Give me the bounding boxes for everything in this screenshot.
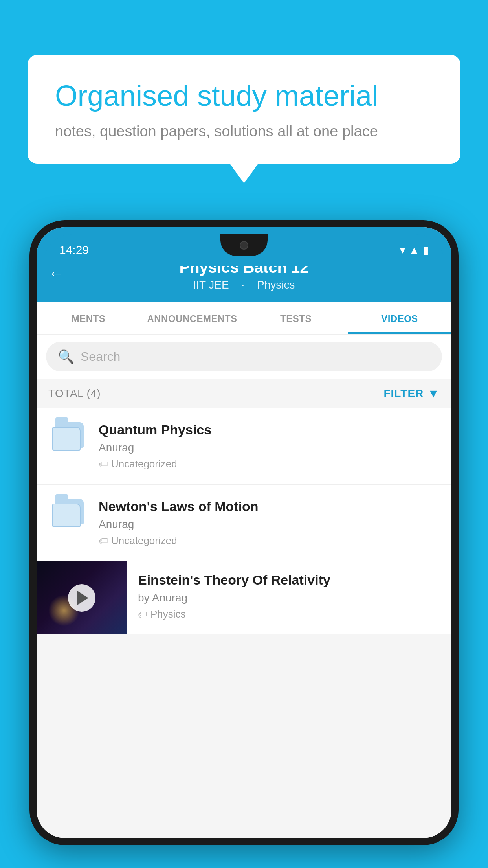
tabs-bar: MENTS ANNOUNCEMENTS TESTS VIDEOS <box>37 302 451 335</box>
play-triangle-icon <box>77 591 88 605</box>
tag-icon-2: 🏷 <box>99 535 108 546</box>
tag-label-3: Physics <box>150 608 186 620</box>
filter-icon: ▼ <box>427 387 440 400</box>
back-button[interactable]: ← <box>48 265 64 282</box>
speech-bubble-container: Organised study material notes, question… <box>28 55 460 164</box>
folder-front <box>52 427 81 451</box>
wifi-icon: ▾ <box>400 244 405 256</box>
tab-tests[interactable]: TESTS <box>244 302 348 334</box>
video-list: Quantum Physics Anurag 🏷 Uncategorized <box>37 408 451 634</box>
filter-label: FILTER <box>383 387 424 400</box>
header-subtitle-separator: · <box>242 279 245 291</box>
search-placeholder: Search <box>81 349 120 364</box>
camera-dot <box>240 241 248 250</box>
phone-screen: 14:29 ▾ ▲ ▮ ← Physics Batch 12 IIT JEE ·… <box>37 227 451 838</box>
header-subtitle: IIT JEE · Physics <box>37 279 451 291</box>
tag-icon-1: 🏷 <box>99 459 108 470</box>
video-author-3: by Anurag <box>138 592 442 604</box>
header-subtitle-part1: IIT JEE <box>193 279 229 291</box>
phone-outer: 14:29 ▾ ▲ ▮ ← Physics Batch 12 IIT JEE ·… <box>29 220 459 868</box>
speech-bubble-title: Organised study material <box>55 79 433 114</box>
status-icons: ▾ ▲ ▮ <box>400 244 429 256</box>
speech-bubble-subtitle: notes, question papers, solutions all at… <box>55 123 433 140</box>
video-thumbnail-img-3 <box>37 561 127 634</box>
phone-frame: 14:29 ▾ ▲ ▮ ← Physics Batch 12 IIT JEE ·… <box>29 220 459 845</box>
search-icon: 🔍 <box>58 349 74 364</box>
search-bar[interactable]: 🔍 Search <box>46 342 442 371</box>
list-item[interactable]: Einstein's Theory Of Relativity by Anura… <box>37 561 451 634</box>
list-item[interactable]: Quantum Physics Anurag 🏷 Uncategorized <box>37 408 451 485</box>
folder-thumbnail-2 <box>48 499 88 528</box>
tag-icon-3: 🏷 <box>138 609 147 620</box>
speech-bubble: Organised study material notes, question… <box>28 55 460 164</box>
play-button[interactable] <box>68 584 95 612</box>
video-tag-1: 🏷 Uncategorized <box>99 458 440 470</box>
tag-label-2: Uncategorized <box>111 535 177 547</box>
video-title-2: Newton's Laws of Motion <box>99 499 440 514</box>
header-subtitle-part2: Physics <box>257 279 295 291</box>
tag-label-1: Uncategorized <box>111 458 177 470</box>
folder-icon <box>52 499 84 528</box>
video-tag-3: 🏷 Physics <box>138 608 442 620</box>
video-info-1: Quantum Physics Anurag 🏷 Uncategorized <box>99 422 440 470</box>
tab-announcements[interactable]: ANNOUNCEMENTS <box>140 302 244 334</box>
video-author-1: Anurag <box>99 441 440 454</box>
battery-icon: ▮ <box>423 244 429 256</box>
tab-videos[interactable]: VIDEOS <box>348 302 451 334</box>
filter-row: TOTAL (4) FILTER ▼ <box>37 379 451 408</box>
status-bar: 14:29 ▾ ▲ ▮ <box>44 234 444 266</box>
folder-thumbnail-1 <box>48 422 88 452</box>
total-count: TOTAL (4) <box>48 387 101 400</box>
folder-icon <box>52 422 84 452</box>
status-time: 14:29 <box>59 243 89 257</box>
video-tag-2: 🏷 Uncategorized <box>99 535 440 547</box>
phone-notch <box>220 234 268 256</box>
filter-button[interactable]: FILTER ▼ <box>383 387 440 400</box>
video-info-2: Newton's Laws of Motion Anurag 🏷 Uncateg… <box>99 499 440 547</box>
list-item[interactable]: Newton's Laws of Motion Anurag 🏷 Uncateg… <box>37 485 451 561</box>
signal-icon: ▲ <box>409 244 419 256</box>
folder-front <box>52 504 81 527</box>
video-title-3: Einstein's Theory Of Relativity <box>138 572 442 588</box>
video-author-2: Anurag <box>99 518 440 531</box>
video-title-1: Quantum Physics <box>99 422 440 438</box>
search-container: 🔍 Search <box>37 335 451 379</box>
video-info-3: Einstein's Theory Of Relativity by Anura… <box>127 561 451 631</box>
tab-ments[interactable]: MENTS <box>37 302 140 334</box>
